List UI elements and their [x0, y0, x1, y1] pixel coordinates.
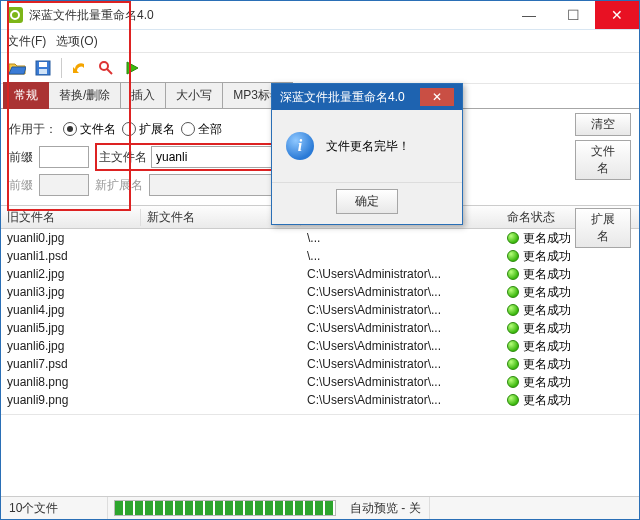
cell-path: C:\Users\Administrator\...: [301, 321, 501, 335]
cell-old: yuanli7.psd: [1, 357, 141, 371]
list-body: yuanli0.jpg\...更名成功yuanli1.psd\...更名成功yu…: [1, 229, 639, 414]
cell-old: yuanli5.jpg: [1, 321, 141, 335]
undo-icon[interactable]: [70, 58, 90, 78]
svg-rect-1: [39, 62, 47, 67]
file-list: 旧文件名 新文件名 命名状态 MP3标 yuanli0.jpg\...更名成功y…: [1, 205, 639, 414]
cell-status: 更名成功: [501, 356, 581, 373]
svg-point-3: [100, 62, 108, 70]
toolbar: [1, 53, 639, 84]
col-status[interactable]: 命名状态: [501, 209, 581, 226]
cell-status: 更名成功: [501, 320, 581, 337]
folder-open-icon[interactable]: [7, 58, 27, 78]
dialog-ok-button[interactable]: 确定: [336, 189, 398, 214]
cell-path: C:\Users\Administrator\...: [301, 339, 501, 353]
table-row[interactable]: yuanli1.psd\...更名成功: [1, 247, 639, 265]
progress-bar: [114, 500, 336, 516]
window-title: 深蓝文件批量重命名4.0: [29, 7, 507, 24]
radio-ext[interactable]: 扩展名: [122, 121, 175, 138]
cell-path: C:\Users\Administrator\...: [301, 375, 501, 389]
title-bar: 深蓝文件批量重命名4.0 — ☐ ✕: [1, 1, 639, 30]
cell-old: yuanli9.png: [1, 393, 141, 407]
cell-path: \...: [301, 249, 501, 263]
cell-path: \...: [301, 231, 501, 245]
tab-replace[interactable]: 替换/删除: [48, 82, 121, 108]
status-count: 10个文件: [1, 497, 108, 519]
col-old[interactable]: 旧文件名: [1, 209, 141, 226]
menu-options[interactable]: 选项(O): [56, 33, 97, 50]
cell-old: yuanli8.png: [1, 375, 141, 389]
dialog-titlebar: 深蓝文件批量重命名4.0 ✕: [272, 84, 462, 110]
cell-old: yuanli2.jpg: [1, 267, 141, 281]
cell-status: 更名成功: [501, 302, 581, 319]
dialog-close-button[interactable]: ✕: [420, 88, 454, 106]
dialog-message: 文件更名完毕！: [326, 138, 410, 155]
main-filename-highlight: 主文件名: [95, 143, 295, 171]
tab-general[interactable]: 常规: [3, 82, 49, 109]
cell-status: 更名成功: [501, 284, 581, 301]
table-row[interactable]: yuanli9.pngC:\Users\Administrator\...更名成…: [1, 391, 639, 409]
main-filename-input[interactable]: [151, 146, 291, 168]
menu-bar: 文件(F) 选项(O): [1, 30, 639, 53]
save-icon[interactable]: [33, 58, 53, 78]
maximize-button[interactable]: ☐: [551, 1, 595, 29]
clear-button[interactable]: 清空: [575, 113, 631, 136]
prefix2-label: 前缀: [9, 177, 33, 194]
window-controls: — ☐ ✕: [507, 1, 639, 29]
cell-status: 更名成功: [501, 374, 581, 391]
ext-button[interactable]: 扩展名: [575, 208, 631, 248]
app-window: 深蓝文件批量重命名4.0 — ☐ ✕ 文件(F) 选项(O) 常规 替换/删除 …: [0, 0, 640, 520]
table-row[interactable]: yuanli6.jpgC:\Users\Administrator\...更名成…: [1, 337, 639, 355]
svg-line-4: [107, 69, 112, 74]
table-row[interactable]: yuanli7.psdC:\Users\Administrator\...更名成…: [1, 355, 639, 373]
minimize-button[interactable]: —: [507, 1, 551, 29]
cell-status: 更名成功: [501, 266, 581, 283]
svg-rect-2: [39, 69, 47, 74]
run-icon[interactable]: [122, 58, 142, 78]
cell-old: yuanli6.jpg: [1, 339, 141, 353]
cell-path: C:\Users\Administrator\...: [301, 303, 501, 317]
table-row[interactable]: yuanli5.jpgC:\Users\Administrator\...更名成…: [1, 319, 639, 337]
success-icon: [507, 268, 519, 280]
cell-old: yuanli4.jpg: [1, 303, 141, 317]
prefix-label: 前缀: [9, 149, 33, 166]
search-icon[interactable]: [96, 58, 116, 78]
cell-path: C:\Users\Administrator\...: [301, 267, 501, 281]
cell-old: yuanli1.psd: [1, 249, 141, 263]
success-icon: [507, 286, 519, 298]
cell-status: 更名成功: [501, 230, 581, 247]
success-icon: [507, 232, 519, 244]
close-button[interactable]: ✕: [595, 1, 639, 29]
success-icon: [507, 322, 519, 334]
table-row[interactable]: yuanli0.jpg\...更名成功: [1, 229, 639, 247]
table-row[interactable]: yuanli8.pngC:\Users\Administrator\...更名成…: [1, 373, 639, 391]
new-ext-label: 新扩展名: [95, 177, 143, 194]
table-row[interactable]: yuanli3.jpgC:\Users\Administrator\...更名成…: [1, 283, 639, 301]
success-icon: [507, 358, 519, 370]
prefix2-input: [39, 174, 89, 196]
cell-old: yuanli0.jpg: [1, 231, 141, 245]
dialog-title: 深蓝文件批量重命名4.0: [280, 89, 420, 106]
success-icon: [507, 394, 519, 406]
radio-all[interactable]: 全部: [181, 121, 222, 138]
apply-to-label: 作用于：: [9, 121, 57, 138]
cell-path: C:\Users\Administrator\...: [301, 393, 501, 407]
prefix-input[interactable]: [39, 146, 89, 168]
success-icon: [507, 304, 519, 316]
app-icon: [7, 7, 23, 23]
success-icon: [507, 340, 519, 352]
cell-status: 更名成功: [501, 392, 581, 409]
table-row[interactable]: yuanli4.jpgC:\Users\Administrator\...更名成…: [1, 301, 639, 319]
tab-insert[interactable]: 插入: [120, 82, 166, 108]
table-row[interactable]: yuanli2.jpgC:\Users\Administrator\...更名成…: [1, 265, 639, 283]
menu-file[interactable]: 文件(F): [7, 33, 46, 50]
radio-filename[interactable]: 文件名: [63, 121, 116, 138]
success-icon: [507, 376, 519, 388]
cell-path: C:\Users\Administrator\...: [301, 357, 501, 371]
status-bar: 10个文件 自动预览 - 关: [1, 496, 639, 519]
tab-case[interactable]: 大小写: [165, 82, 223, 108]
cell-status: 更名成功: [501, 338, 581, 355]
info-dialog: 深蓝文件批量重命名4.0 ✕ i 文件更名完毕！ 确定: [271, 83, 463, 225]
filename-button[interactable]: 文件名: [575, 140, 631, 180]
toolbar-separator: [61, 58, 62, 78]
side-buttons: 清空 文件名 扩展名: [575, 113, 631, 248]
